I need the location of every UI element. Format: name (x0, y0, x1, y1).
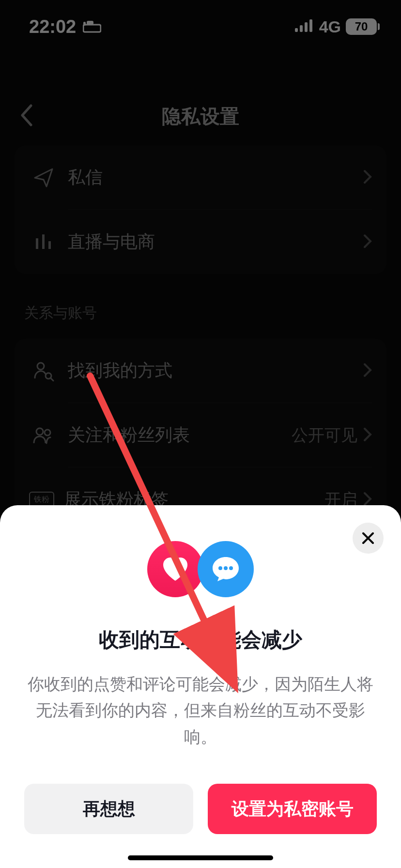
svg-point-27 (229, 566, 233, 570)
svg-point-26 (224, 566, 228, 570)
sheet-icons (24, 541, 377, 597)
sheet-buttons: 再想想 设置为私密账号 (24, 784, 377, 834)
sheet-description: 你收到的点赞和评论可能会减少，因为陌生人将无法看到你的内容，但来自粉丝的互动不受… (24, 671, 377, 750)
cancel-button[interactable]: 再想想 (24, 784, 193, 834)
sheet-title: 收到的互动可能会减少 (24, 626, 377, 653)
confirm-button[interactable]: 设置为私密账号 (208, 784, 377, 834)
cancel-label: 再想想 (83, 797, 135, 821)
svg-point-25 (218, 566, 222, 570)
chat-icon (198, 541, 254, 597)
close-button[interactable] (353, 523, 384, 554)
confirm-label: 设置为私密账号 (231, 797, 354, 821)
home-indicator[interactable] (128, 855, 273, 860)
heart-icon (147, 541, 203, 597)
bottom-sheet: 收到的互动可能会减少 你收到的点赞和评论可能会减少，因为陌生人将无法看到你的内容… (0, 505, 401, 868)
close-icon (361, 531, 375, 545)
